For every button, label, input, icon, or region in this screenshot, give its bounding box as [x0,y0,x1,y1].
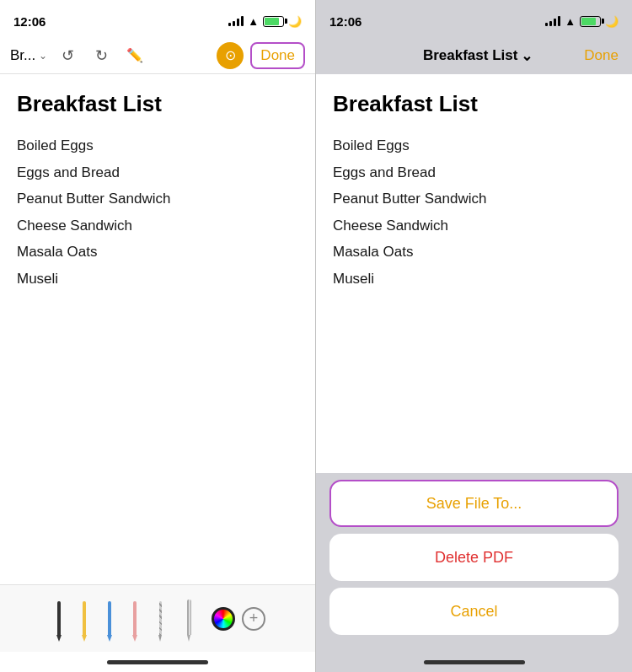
save-file-label: Save File To... [426,495,522,513]
compass-button[interactable]: ⊙ [217,42,244,69]
chevron-down-icon: ⌄ [39,50,47,62]
home-indicator-left [0,652,315,672]
cancel-label: Cancel [450,603,497,621]
note-title-nav[interactable]: Breakfast List ⌄ [423,47,533,65]
toolbar-right-btns: ⊙ Done [217,42,305,69]
pen-pink-tool[interactable] [126,595,144,642]
status-bar-left: 12:06 ▲ 🌙 [0,0,315,37]
toolbar-right: Breakfast List ⌄ Done [316,37,632,74]
nav-title-text: Breakfast List [423,47,517,64]
done-button-right[interactable]: Done [584,47,619,64]
toolbar-left: Br... ⌄ ↺ ↻ ✏️ ⊙ Done [0,37,315,74]
signal-icon [228,16,244,26]
note-list-left: Boiled Eggs Eggs and Bread Peanut Butter… [17,132,298,292]
list-item: Museli [333,266,615,293]
list-item: Eggs and Bread [17,159,298,186]
time-left: 12:06 [13,14,46,29]
note-list-right: Boiled Eggs Eggs and Bread Peanut Butter… [333,132,615,292]
breadcrumb-text: Br... [10,47,35,64]
breadcrumb-button[interactable]: Br... ⌄ [10,47,47,64]
signal-icon-right [545,16,560,26]
moon-icon-right: 🌙 [605,15,619,28]
action-sheet: Save File To... Delete PDF Cancel [316,473,632,652]
add-tool-button[interactable]: + [242,607,265,631]
home-indicator-right [316,652,632,672]
nav-chevron-icon: ⌄ [521,47,533,65]
list-item: Peanut Butter Sandwich [17,185,298,212]
save-file-button[interactable]: Save File To... [329,480,619,527]
undo-button[interactable]: ↺ [54,42,81,69]
left-panel: 12:06 ▲ 🌙 Br... ⌄ ↺ ↻ ✏️ ⊙ Done [0,0,316,672]
delete-pdf-label: Delete PDF [435,549,513,567]
list-item: Cheese Sandwich [333,212,615,239]
list-item: Eggs and Bread [333,159,615,186]
list-item: Masala Oats [333,239,615,266]
right-panel: 12:06 ▲ 🌙 Breakfast List ⌄ Done Breakfas… [316,0,632,672]
battery-icon-right [580,16,601,27]
drawing-toolbar: + [0,584,315,652]
pen-striped-tool[interactable] [151,595,169,642]
pen-blue-tool[interactable] [100,595,119,642]
battery-icon [263,16,284,27]
list-item: Boiled Eggs [333,132,615,159]
list-item: Boiled Eggs [17,132,298,159]
list-item: Museli [17,266,298,293]
status-icons-right: ▲ 🌙 [545,15,619,28]
moon-icon: 🌙 [288,15,302,28]
status-bar-right: 12:06 ▲ 🌙 [316,0,632,37]
note-title-left: Breakfast List [17,91,298,117]
status-icons-left: ▲ 🌙 [228,15,302,28]
note-content-left: Breakfast List Boiled Eggs Eggs and Brea… [0,74,315,584]
wifi-icon-right: ▲ [565,15,576,28]
color-picker-button[interactable] [212,607,235,631]
delete-pdf-button[interactable]: Delete PDF [329,534,619,581]
home-bar [107,660,208,664]
markup-button[interactable]: ✏️ [121,42,148,69]
pen-black-tool[interactable] [50,595,68,642]
list-item: Masala Oats [17,239,298,266]
time-right: 12:06 [329,14,362,29]
redo-button[interactable]: ↻ [88,42,115,69]
wifi-icon: ▲ [248,15,259,28]
done-button-left[interactable]: Done [250,42,305,69]
note-title-right: Breakfast List [333,91,615,117]
toolbar-left-nav: Br... ⌄ ↺ ↻ ✏️ [10,42,148,69]
note-content-right: Breakfast List Boiled Eggs Eggs and Brea… [316,74,632,473]
list-item: Peanut Butter Sandwich [333,185,615,212]
pen-yellow-tool[interactable] [75,595,94,642]
list-item: Cheese Sandwich [17,212,298,239]
pen-striped2-tool[interactable] [179,595,198,642]
home-bar-right [424,660,525,664]
cancel-button[interactable]: Cancel [329,588,619,635]
